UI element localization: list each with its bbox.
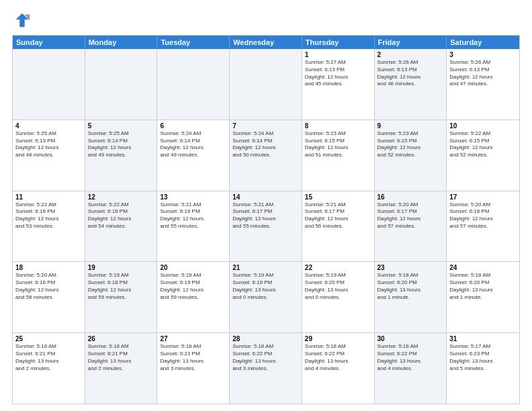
day-number: 23 xyxy=(378,264,444,271)
cell-info: Sunrise: 5:23 AM Sunset: 6:15 PM Dayligh… xyxy=(378,130,444,159)
calendar-cell: 15Sunrise: 5:21 AM Sunset: 6:17 PM Dayli… xyxy=(302,191,375,262)
cell-info: Sunrise: 5:19 AM Sunset: 6:19 PM Dayligh… xyxy=(232,272,299,301)
cell-info: Sunrise: 5:22 AM Sunset: 6:16 PM Dayligh… xyxy=(88,201,154,230)
cell-info: Sunrise: 5:24 AM Sunset: 6:14 PM Dayligh… xyxy=(160,130,226,159)
calendar-cell: 19Sunrise: 5:19 AM Sunset: 6:18 PM Dayli… xyxy=(85,262,158,332)
calendar-cell: 5Sunrise: 5:25 AM Sunset: 6:14 PM Daylig… xyxy=(85,120,158,191)
calendar-body: 1Sunrise: 5:27 AM Sunset: 6:13 PM Daylig… xyxy=(13,49,519,404)
cell-info: Sunrise: 5:25 AM Sunset: 6:14 PM Dayligh… xyxy=(88,130,154,159)
day-number: 10 xyxy=(449,122,517,130)
day-number: 15 xyxy=(305,193,371,201)
calendar-cell: 1Sunrise: 5:27 AM Sunset: 6:13 PM Daylig… xyxy=(302,49,375,120)
cell-info: Sunrise: 5:20 AM Sunset: 6:18 PM Dayligh… xyxy=(449,201,517,230)
calendar-cell: 29Sunrise: 5:18 AM Sunset: 6:22 PM Dayli… xyxy=(302,333,375,404)
cell-info: Sunrise: 5:18 AM Sunset: 6:21 PM Dayligh… xyxy=(88,343,154,372)
calendar-cell: 8Sunrise: 5:23 AM Sunset: 6:15 PM Daylig… xyxy=(302,120,375,191)
cell-info: Sunrise: 5:21 AM Sunset: 6:16 PM Dayligh… xyxy=(160,201,226,230)
calendar-cell: 31Sunrise: 5:17 AM Sunset: 6:23 PM Dayli… xyxy=(447,333,519,404)
header-day: Wednesday xyxy=(230,36,302,49)
day-number: 3 xyxy=(449,51,517,58)
calendar-cell: 11Sunrise: 5:22 AM Sunset: 6:16 PM Dayli… xyxy=(13,191,85,262)
header-day: Monday xyxy=(85,36,158,49)
calendar-cell: 14Sunrise: 5:21 AM Sunset: 6:17 PM Dayli… xyxy=(230,191,302,262)
day-number: 25 xyxy=(15,335,82,342)
day-number: 20 xyxy=(160,264,226,271)
calendar-cell: 24Sunrise: 5:18 AM Sunset: 6:20 PM Dayli… xyxy=(447,262,519,332)
day-number: 19 xyxy=(88,264,154,271)
day-number: 12 xyxy=(88,193,154,201)
calendar-cell: 6Sunrise: 5:24 AM Sunset: 6:14 PM Daylig… xyxy=(157,120,230,191)
header-day: Sunday xyxy=(13,36,85,49)
calendar-cell: 18Sunrise: 5:20 AM Sunset: 6:18 PM Dayli… xyxy=(13,262,85,332)
cell-info: Sunrise: 5:19 AM Sunset: 6:19 PM Dayligh… xyxy=(160,272,226,301)
calendar-row: 1Sunrise: 5:27 AM Sunset: 6:13 PM Daylig… xyxy=(13,49,519,120)
day-number: 7 xyxy=(232,122,299,130)
day-number: 29 xyxy=(305,335,371,342)
day-number: 22 xyxy=(305,264,371,271)
header-day: Saturday xyxy=(447,36,519,49)
cell-info: Sunrise: 5:26 AM Sunset: 6:13 PM Dayligh… xyxy=(378,59,444,88)
day-number: 28 xyxy=(232,335,299,342)
calendar-cell: 17Sunrise: 5:20 AM Sunset: 6:18 PM Dayli… xyxy=(447,191,519,262)
calendar-cell: 30Sunrise: 5:18 AM Sunset: 6:22 PM Dayli… xyxy=(375,333,447,404)
calendar-cell: 7Sunrise: 5:24 AM Sunset: 6:14 PM Daylig… xyxy=(230,120,302,191)
cell-info: Sunrise: 5:18 AM Sunset: 6:20 PM Dayligh… xyxy=(378,272,444,301)
cell-info: Sunrise: 5:21 AM Sunset: 6:17 PM Dayligh… xyxy=(305,201,371,230)
calendar-cell: 12Sunrise: 5:22 AM Sunset: 6:16 PM Dayli… xyxy=(85,191,158,262)
calendar-cell xyxy=(157,49,230,120)
day-number: 14 xyxy=(232,193,299,201)
cell-info: Sunrise: 5:18 AM Sunset: 6:22 PM Dayligh… xyxy=(378,343,444,372)
calendar-row: 11Sunrise: 5:22 AM Sunset: 6:16 PM Dayli… xyxy=(13,191,519,263)
day-number: 6 xyxy=(160,122,226,130)
cell-info: Sunrise: 5:27 AM Sunset: 6:13 PM Dayligh… xyxy=(305,59,371,88)
cell-info: Sunrise: 5:26 AM Sunset: 6:13 PM Dayligh… xyxy=(449,59,517,88)
cell-info: Sunrise: 5:18 AM Sunset: 6:21 PM Dayligh… xyxy=(15,343,82,372)
day-number: 18 xyxy=(15,264,82,271)
calendar-cell: 25Sunrise: 5:18 AM Sunset: 6:21 PM Dayli… xyxy=(13,333,85,404)
page: SundayMondayTuesdayWednesdayThursdayFrid… xyxy=(0,0,532,411)
day-number: 21 xyxy=(232,264,299,271)
calendar-row: 18Sunrise: 5:20 AM Sunset: 6:18 PM Dayli… xyxy=(13,262,519,333)
day-number: 31 xyxy=(449,335,517,342)
calendar-row: 4Sunrise: 5:25 AM Sunset: 6:13 PM Daylig… xyxy=(13,120,519,191)
cell-info: Sunrise: 5:18 AM Sunset: 6:22 PM Dayligh… xyxy=(305,343,371,372)
calendar-cell: 22Sunrise: 5:19 AM Sunset: 6:20 PM Dayli… xyxy=(302,262,375,332)
calendar-cell: 20Sunrise: 5:19 AM Sunset: 6:19 PM Dayli… xyxy=(157,262,230,332)
cell-info: Sunrise: 5:19 AM Sunset: 6:18 PM Dayligh… xyxy=(88,272,154,301)
calendar-cell: 9Sunrise: 5:23 AM Sunset: 6:15 PM Daylig… xyxy=(375,120,447,191)
calendar-cell: 16Sunrise: 5:20 AM Sunset: 6:17 PM Dayli… xyxy=(375,191,447,262)
day-number: 8 xyxy=(305,122,371,130)
logo-icon xyxy=(12,11,31,30)
header-day: Friday xyxy=(375,36,447,49)
calendar-cell: 3Sunrise: 5:26 AM Sunset: 6:13 PM Daylig… xyxy=(447,49,519,120)
cell-info: Sunrise: 5:18 AM Sunset: 6:22 PM Dayligh… xyxy=(232,343,299,372)
calendar-cell: 13Sunrise: 5:21 AM Sunset: 6:16 PM Dayli… xyxy=(157,191,230,262)
day-number: 2 xyxy=(378,51,444,58)
logo xyxy=(12,11,34,30)
calendar-cell xyxy=(85,49,158,120)
header-day: Tuesday xyxy=(157,36,230,49)
day-number: 27 xyxy=(160,335,226,342)
cell-info: Sunrise: 5:17 AM Sunset: 6:23 PM Dayligh… xyxy=(449,343,517,372)
cell-info: Sunrise: 5:20 AM Sunset: 6:18 PM Dayligh… xyxy=(15,272,82,301)
day-number: 16 xyxy=(378,193,444,201)
calendar-cell: 4Sunrise: 5:25 AM Sunset: 6:13 PM Daylig… xyxy=(13,120,85,191)
cell-info: Sunrise: 5:22 AM Sunset: 6:15 PM Dayligh… xyxy=(449,130,517,159)
calendar-header: SundayMondayTuesdayWednesdayThursdayFrid… xyxy=(13,36,519,49)
calendar-cell: 27Sunrise: 5:18 AM Sunset: 6:21 PM Dayli… xyxy=(157,333,230,404)
header xyxy=(12,11,520,30)
cell-info: Sunrise: 5:24 AM Sunset: 6:14 PM Dayligh… xyxy=(232,130,299,159)
day-number: 30 xyxy=(378,335,444,342)
header-day: Thursday xyxy=(302,36,375,49)
cell-info: Sunrise: 5:25 AM Sunset: 6:13 PM Dayligh… xyxy=(15,130,82,159)
cell-info: Sunrise: 5:18 AM Sunset: 6:20 PM Dayligh… xyxy=(449,272,517,301)
cell-info: Sunrise: 5:23 AM Sunset: 6:15 PM Dayligh… xyxy=(305,130,371,159)
calendar-cell: 21Sunrise: 5:19 AM Sunset: 6:19 PM Dayli… xyxy=(230,262,302,332)
day-number: 13 xyxy=(160,193,226,201)
day-number: 11 xyxy=(15,193,82,201)
day-number: 4 xyxy=(15,122,82,130)
day-number: 24 xyxy=(449,264,517,271)
day-number: 1 xyxy=(305,51,371,58)
calendar-cell: 2Sunrise: 5:26 AM Sunset: 6:13 PM Daylig… xyxy=(375,49,447,120)
day-number: 5 xyxy=(88,122,154,130)
